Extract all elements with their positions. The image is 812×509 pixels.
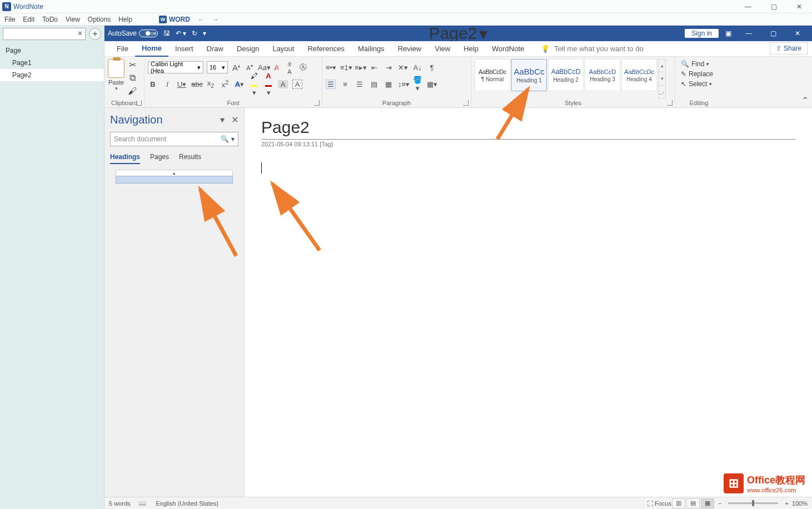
- word-maximize-button[interactable]: ▢: [762, 26, 784, 41]
- wn-page-item[interactable]: Page: [0, 45, 104, 57]
- styles-scroll-up-icon[interactable]: ▴: [659, 60, 665, 72]
- select-button[interactable]: ↖Select▾: [679, 79, 719, 89]
- view-print-icon[interactable]: ▤: [686, 498, 700, 508]
- wn-menu-edit[interactable]: Edit: [23, 16, 34, 23]
- tell-me-input[interactable]: 💡 Tell me what you want to do: [541, 45, 643, 53]
- wordnote-close-button[interactable]: ✕: [786, 0, 812, 13]
- zoom-out-button[interactable]: −: [718, 500, 721, 507]
- tab-layout[interactable]: Layout: [266, 41, 301, 57]
- clear-formatting-icon[interactable]: A̷: [271, 63, 281, 72]
- spellcheck-icon[interactable]: 📖: [138, 500, 146, 507]
- tab-file[interactable]: File: [110, 41, 135, 57]
- nav-dropdown-icon[interactable]: ▾: [220, 115, 225, 125]
- nav-close-icon[interactable]: ✕: [231, 115, 238, 125]
- replace-button[interactable]: ✎Replace: [679, 69, 719, 79]
- show-hide-marks-icon[interactable]: ¶: [427, 63, 437, 72]
- zoom-in-button[interactable]: +: [785, 500, 788, 507]
- tab-view[interactable]: View: [428, 41, 457, 57]
- tab-insert[interactable]: Insert: [168, 41, 200, 57]
- style-heading3[interactable]: AaBbCcD Heading 3: [585, 59, 620, 91]
- grow-font-icon[interactable]: A▴: [231, 63, 241, 72]
- wn-menu-help[interactable]: Help: [118, 16, 132, 23]
- wn-add-page-button[interactable]: +: [89, 28, 101, 40]
- multilevel-list-icon[interactable]: ≡▸▾: [355, 63, 365, 72]
- styles-scroll-down-icon[interactable]: ▾: [659, 72, 665, 85]
- shading-icon[interactable]: 🪣▾: [412, 76, 422, 92]
- zoom-level[interactable]: 100%: [792, 500, 808, 507]
- nav-forward-icon[interactable]: →: [212, 16, 219, 23]
- sign-in-button[interactable]: Sign in: [685, 29, 719, 38]
- styles-scroll[interactable]: ▴ ▾ ⎯▾: [658, 59, 666, 98]
- tab-mailings[interactable]: Mailings: [351, 41, 391, 57]
- copy-icon[interactable]: ⧉: [127, 72, 138, 83]
- wn-menu-view[interactable]: View: [66, 16, 80, 23]
- font-size-dropdown[interactable]: 16▾: [207, 61, 228, 73]
- phonetic-guide-icon[interactable]: 变A: [285, 59, 295, 76]
- highlight-icon[interactable]: 🖍▾: [249, 72, 259, 97]
- wn-search-input[interactable]: ✕: [3, 28, 86, 40]
- underline-button[interactable]: U▾: [177, 80, 187, 88]
- qat-more-icon[interactable]: ▾: [203, 29, 206, 37]
- tab-review[interactable]: Review: [391, 41, 429, 57]
- justify-icon[interactable]: ▤: [369, 80, 379, 88]
- styles-more-icon[interactable]: ⎯▾: [659, 86, 665, 98]
- nav-tab-headings[interactable]: Headings: [110, 153, 140, 164]
- style-heading4[interactable]: AaBbCcDc Heading 4: [621, 59, 657, 91]
- paragraph-dialog-launcher[interactable]: [463, 100, 469, 106]
- wordnote-minimize-button[interactable]: —: [735, 0, 761, 13]
- nav-tab-pages[interactable]: Pages: [150, 153, 169, 164]
- tab-help[interactable]: Help: [457, 41, 485, 57]
- view-read-icon[interactable]: ▥: [672, 498, 685, 508]
- text-effects-icon[interactable]: A▾: [235, 80, 245, 88]
- align-left-icon[interactable]: ☰: [326, 80, 336, 89]
- wn-menu-todo[interactable]: ToDo: [42, 16, 58, 23]
- tab-home[interactable]: Home: [135, 41, 168, 57]
- paste-button[interactable]: Paste ▾: [108, 59, 124, 97]
- cut-icon[interactable]: ✂: [127, 59, 138, 70]
- strikethrough-button[interactable]: abc: [191, 80, 201, 88]
- font-name-dropdown[interactable]: Calibri Light (Hea▾: [148, 61, 203, 73]
- wn-word-switch[interactable]: W WORD: [159, 16, 190, 23]
- numbering-icon[interactable]: ≡1▾: [340, 63, 350, 72]
- wn-page-item[interactable]: Page1: [0, 57, 104, 69]
- increase-indent-icon[interactable]: ⇥: [383, 63, 393, 72]
- wn-menu-options[interactable]: Options: [88, 16, 111, 23]
- line-spacing-icon[interactable]: ↕≡▾: [398, 80, 408, 88]
- collapse-ribbon-icon[interactable]: ⌃: [801, 95, 809, 106]
- document-area[interactable]: Page2 2021-05-04 09:13:11 [Tag]: [245, 108, 812, 509]
- word-close-button[interactable]: ✕: [786, 26, 809, 41]
- style-heading2[interactable]: AaBbCcD Heading 2: [548, 59, 584, 91]
- autosave-toggle[interactable]: AutoSave Off: [108, 29, 158, 37]
- tab-wordnote[interactable]: WordNote: [485, 41, 531, 57]
- zoom-slider[interactable]: [728, 502, 778, 504]
- shrink-font-icon[interactable]: A▾: [245, 63, 255, 71]
- superscript-button[interactable]: x2: [220, 79, 230, 89]
- redo-button[interactable]: ↻: [192, 29, 197, 37]
- save-icon[interactable]: 🖫: [163, 29, 170, 37]
- word-count[interactable]: 5 words: [109, 500, 131, 507]
- style-heading1[interactable]: AaBbCc Heading 1: [511, 59, 547, 91]
- format-painter-icon[interactable]: 🖌: [127, 86, 138, 97]
- style-normal[interactable]: AaBbCcDc ¶ Normal: [475, 59, 510, 91]
- character-border-icon[interactable]: A: [292, 80, 302, 89]
- font-dialog-launcher[interactable]: [314, 100, 320, 106]
- focus-mode-button[interactable]: ⛶ Focus: [647, 500, 671, 507]
- bullets-icon[interactable]: ≡•▾: [326, 63, 336, 72]
- styles-dialog-launcher[interactable]: [667, 100, 672, 106]
- clipboard-dialog-launcher[interactable]: [136, 100, 142, 106]
- tab-draw[interactable]: Draw: [200, 41, 230, 57]
- decrease-indent-icon[interactable]: ⇤: [369, 63, 379, 72]
- enclose-characters-icon[interactable]: Ⓐ: [298, 62, 308, 72]
- italic-button[interactable]: I: [162, 80, 172, 88]
- subscript-button[interactable]: x2: [206, 79, 216, 89]
- tab-design[interactable]: Design: [230, 41, 266, 57]
- nav-tab-results[interactable]: Results: [179, 153, 201, 164]
- nav-heading-item[interactable]: [116, 176, 233, 184]
- word-minimize-button[interactable]: —: [738, 26, 760, 41]
- share-button[interactable]: ⇪ Share: [770, 42, 808, 55]
- borders-icon[interactable]: ▦▾: [427, 80, 437, 88]
- tab-references[interactable]: References: [301, 41, 351, 57]
- sort-icon[interactable]: A↓: [412, 63, 422, 72]
- language-indicator[interactable]: English (United States): [156, 500, 219, 507]
- ribbon-display-options-icon[interactable]: ▣: [721, 29, 735, 37]
